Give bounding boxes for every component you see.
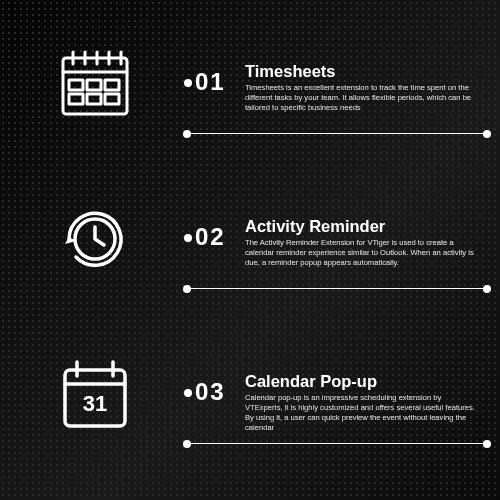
- feature-title: Activity Reminder: [245, 217, 385, 236]
- feature-number: 02: [195, 223, 231, 251]
- svg-rect-0: [63, 58, 127, 114]
- history-clock-icon: [55, 199, 135, 279]
- feature-timesheets: 01 Timesheets Timesheets is an excellent…: [0, 30, 500, 170]
- divider: [187, 288, 487, 289]
- feature-title: Timesheets: [245, 62, 336, 81]
- feature-calendar-popup: 31 03 Calendar Pop-up Calendar pop-up is…: [0, 340, 500, 480]
- feature-title: Calendar Pop-up: [245, 372, 377, 391]
- feature-description: Timesheets is an excellent extension to …: [245, 83, 475, 113]
- timesheet-icon: [55, 44, 135, 124]
- divider: [187, 133, 487, 134]
- feature-number: 03: [195, 378, 231, 406]
- calendar-date-icon: 31: [55, 354, 135, 434]
- feature-description: Calendar pop-up is an impressive schedul…: [245, 393, 475, 432]
- feature-activity-reminder: 02 Activity Reminder The Activity Remind…: [0, 185, 500, 325]
- feature-description: The Activity Reminder Extension for VTig…: [245, 238, 475, 268]
- svg-text:31: 31: [83, 391, 107, 416]
- feature-number: 01: [195, 68, 231, 96]
- divider: [187, 443, 487, 444]
